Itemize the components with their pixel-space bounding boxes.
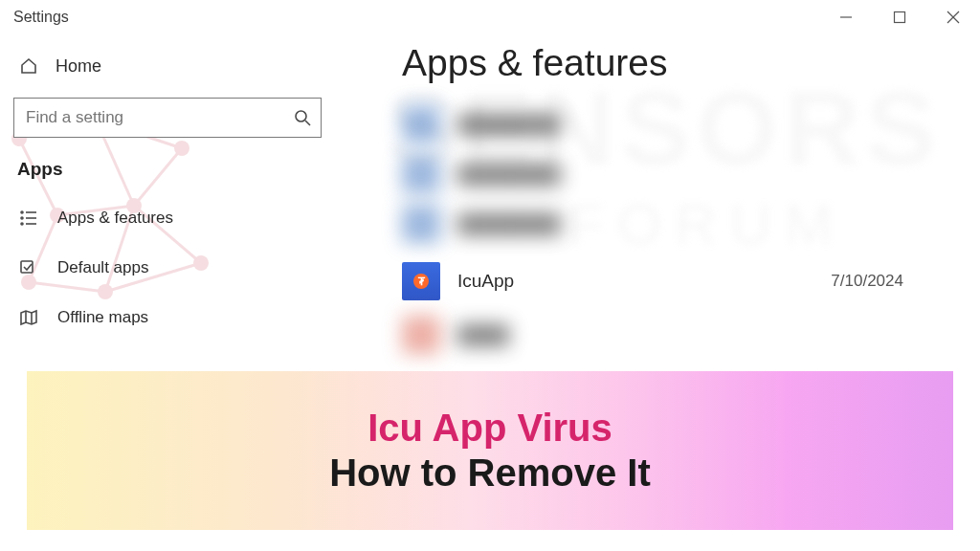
app-icon [402, 155, 440, 193]
app-row-blurred[interactable]: ████████ [402, 101, 980, 147]
app-row-blurred[interactable]: ████ [402, 312, 980, 358]
minimize-icon [839, 11, 853, 24]
sidebar-item-apps-features[interactable]: Apps & features [0, 193, 335, 243]
titlebar: Settings [0, 0, 980, 34]
app-name: ████████ [457, 164, 561, 185]
page-title: Apps & features [402, 42, 980, 84]
search-icon [294, 109, 311, 126]
banner-subtitle: How to Remove It [329, 452, 651, 495]
app-name: ████████ [457, 114, 561, 135]
sidebar-item-home[interactable]: Home [0, 44, 335, 88]
window-controls [819, 0, 980, 34]
app-icon [402, 105, 440, 143]
apps-list: ████████ ████████ ████████ ₮ IcuApp 7/10… [402, 101, 980, 358]
app-name: ████ [457, 324, 509, 345]
search-input[interactable] [26, 108, 294, 127]
list-icon [19, 209, 38, 228]
app-name: IcuApp [457, 271, 514, 292]
app-row-blurred[interactable]: ████████ [402, 151, 980, 197]
map-icon [19, 308, 38, 327]
sidebar-item-label: Offline maps [57, 308, 148, 327]
svg-line-24 [305, 121, 310, 125]
svg-rect-20 [895, 12, 905, 23]
app-row-blurred[interactable]: ████████ [402, 201, 980, 247]
sidebar-item-default-apps[interactable]: Default apps [0, 243, 335, 293]
svg-point-23 [296, 111, 306, 121]
svg-point-29 [21, 223, 23, 225]
svg-point-25 [21, 211, 23, 213]
app-icon [402, 205, 440, 243]
search-box[interactable] [13, 98, 322, 138]
app-name: ████████ [457, 213, 561, 234]
app-install-date: 7/10/2024 [831, 272, 903, 291]
icuapp-icon: ₮ [402, 262, 440, 300]
home-icon [19, 56, 38, 76]
svg-rect-31 [21, 261, 33, 273]
home-label: Home [56, 56, 101, 77]
settings-window: SENSORS FORUM Settings Home [0, 0, 980, 373]
maximize-icon [893, 11, 906, 24]
svg-point-27 [21, 217, 23, 219]
sidebar: Home Apps Apps & features [0, 34, 335, 342]
app-row-icuapp[interactable]: ₮ IcuApp 7/10/2024 [402, 258, 980, 304]
main-content: Apps & features ████████ ████████ ██████… [402, 42, 980, 358]
close-icon [947, 11, 960, 24]
minimize-button[interactable] [819, 0, 873, 34]
close-button[interactable] [926, 0, 980, 34]
maximize-button[interactable] [873, 0, 926, 34]
sidebar-item-offline-maps[interactable]: Offline maps [0, 293, 335, 342]
banner-title: Icu App Virus [368, 407, 612, 450]
sidebar-item-label: Apps & features [57, 209, 173, 228]
app-icon [402, 316, 440, 354]
sidebar-category-apps: Apps [0, 153, 335, 193]
window-title: Settings [0, 9, 69, 26]
sidebar-item-label: Default apps [57, 258, 148, 277]
default-apps-icon [19, 258, 38, 277]
promo-banner: Icu App Virus How to Remove It [27, 371, 953, 530]
